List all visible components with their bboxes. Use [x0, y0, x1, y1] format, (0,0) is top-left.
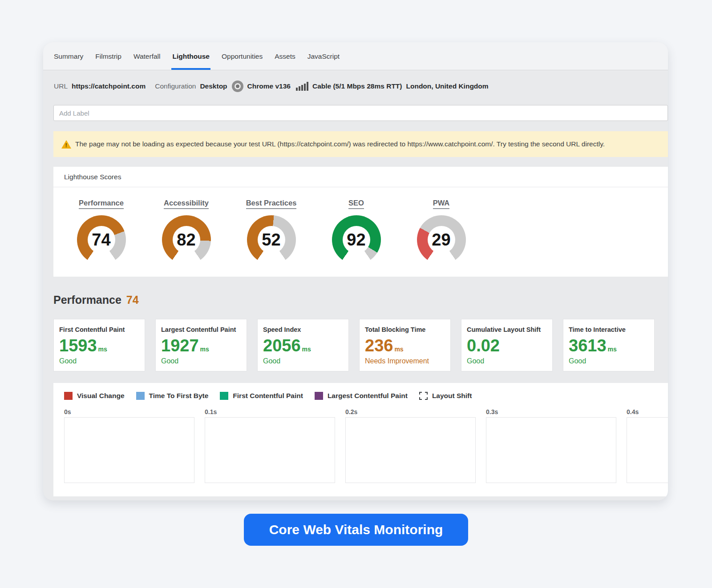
url-label: URL	[54, 82, 68, 90]
metric-cards: First Contentful Paint 1593ms Good Large…	[53, 319, 668, 371]
metric-name: Total Blocking Time	[365, 326, 445, 333]
browser-value: Chrome v136	[247, 82, 291, 90]
metric-value: 3613	[569, 338, 607, 353]
gauge-best-practices: Best Practices 52	[229, 199, 314, 264]
metric-status: Good	[467, 357, 547, 365]
tab-waterfall[interactable]: Waterfall	[133, 42, 162, 70]
lcp-swatch	[315, 392, 323, 400]
warning-icon	[61, 140, 71, 149]
metric-first-contentful-paint: First Contentful Paint 1593ms Good	[53, 319, 145, 371]
gauge-seo-score: 92	[332, 215, 381, 264]
metric-status: Good	[569, 357, 649, 365]
metric-status: Good	[263, 357, 343, 365]
lighthouse-scores-panel: Lighthouse Scores Performance 74 Accessi…	[53, 167, 668, 277]
gauge-accessibility-ring: 82	[162, 215, 211, 264]
legend-layout-shift: Layout Shift	[419, 392, 472, 400]
configuration-label: Configuration	[155, 82, 196, 90]
connection-value: Cable (5/1 Mbps 28ms RTT)	[312, 82, 402, 90]
location-value: London, United Kingdom	[406, 82, 488, 90]
frame-image	[64, 417, 194, 483]
gauge-pwa-ring: 29	[417, 215, 466, 264]
gauge-best-practices-label[interactable]: Best Practices	[246, 199, 297, 209]
metric-unit: ms	[394, 346, 403, 353]
connection-signal-icon	[296, 82, 308, 91]
gauge-accessibility: Accessibility 82	[144, 199, 229, 264]
frame-time-label: 0.1s	[205, 408, 335, 415]
filmstrip-frame-04s: 0.4s	[627, 408, 668, 483]
metric-status: Good	[59, 357, 139, 365]
legend-label: Visual Change	[77, 392, 125, 400]
tab-filmstrip[interactable]: Filmstrip	[94, 42, 122, 70]
legend-time-to-first-byte: Time To First Byte	[136, 392, 209, 400]
legend-visual-change: Visual Change	[64, 392, 125, 400]
tab-assets[interactable]: Assets	[274, 42, 296, 70]
legend-label: First Contentful Paint	[233, 392, 303, 400]
gauge-performance-label[interactable]: Performance	[79, 199, 124, 209]
filmstrip-legend: Visual Change Time To First Byte First C…	[64, 392, 668, 400]
gauge-performance: Performance 74	[59, 199, 144, 264]
tab-javascript[interactable]: JavaScript	[307, 42, 340, 70]
legend-label: Time To First Byte	[149, 392, 209, 400]
tab-opportunities[interactable]: Opportunities	[221, 42, 263, 70]
gauge-pwa: PWA 29	[399, 199, 484, 264]
metric-unit: ms	[302, 346, 311, 353]
frame-image	[345, 417, 476, 483]
gauge-seo-label[interactable]: SEO	[348, 199, 364, 209]
device-value: Desktop	[200, 82, 227, 90]
metric-largest-contentful-paint: Largest Contentful Paint 1927ms Good	[155, 319, 247, 371]
gauge-performance-ring: 74	[77, 215, 126, 264]
chrome-icon	[232, 81, 243, 92]
metric-total-blocking-time: Total Blocking Time 236ms Needs Improvem…	[359, 319, 451, 371]
performance-score: 74	[126, 294, 139, 306]
frame-image	[205, 417, 335, 483]
metric-cumulative-layout-shift: Cumulative Layout Shift 0.02 Good	[461, 319, 553, 371]
filmstrip-frame-01s: 0.1s	[205, 408, 335, 483]
gauge-best-practices-score: 52	[247, 215, 296, 264]
gauge-accessibility-label[interactable]: Accessibility	[164, 199, 209, 209]
metric-name: First Contentful Paint	[59, 326, 139, 333]
metric-name: Cumulative Layout Shift	[467, 326, 547, 333]
frame-time-label: 0.2s	[345, 408, 476, 415]
score-gauges: Performance 74 Accessibility 82 Best Pra…	[53, 187, 668, 277]
redirect-warning-banner: The page may not be loading as expected …	[53, 131, 668, 157]
filmstrip-frame-0s: 0s	[64, 408, 194, 483]
gauge-seo: SEO 92	[314, 199, 399, 264]
filmstrip-panel: Visual Change Time To First Byte First C…	[53, 383, 668, 496]
legend-label: Largest Contentful Paint	[328, 392, 408, 400]
test-config-row: URL https://catchpoint.com Configuration…	[43, 70, 668, 100]
frame-image	[627, 417, 668, 483]
metric-speed-index: Speed Index 2056ms Good	[257, 319, 349, 371]
gauge-seo-ring: 92	[332, 215, 381, 264]
metric-value: 1927	[161, 338, 199, 353]
filmstrip-frame-02s: 0.2s	[345, 408, 476, 483]
frame-time-label: 0s	[64, 408, 194, 415]
gauge-pwa-label[interactable]: PWA	[433, 199, 450, 209]
gauge-performance-score: 74	[77, 215, 126, 264]
gauge-accessibility-score: 82	[162, 215, 211, 264]
performance-title: Performance	[53, 294, 121, 306]
frame-image	[486, 417, 616, 483]
fcp-swatch	[220, 392, 228, 400]
frame-time-label: 0.4s	[627, 408, 668, 415]
gauge-pwa-score: 29	[417, 215, 466, 264]
layout-shift-swatch	[419, 392, 428, 400]
tab-lighthouse[interactable]: Lighthouse	[171, 42, 210, 70]
legend-label: Layout Shift	[432, 392, 472, 400]
metric-value: 0.02	[467, 338, 500, 353]
legend-first-contentful-paint: First Contentful Paint	[220, 392, 303, 400]
metric-value: 1593	[59, 338, 97, 353]
lighthouse-scores-title: Lighthouse Scores	[53, 167, 668, 187]
performance-section-heading: Performance 74	[53, 294, 668, 306]
tab-summary[interactable]: Summary	[53, 42, 84, 70]
add-label-input[interactable]	[53, 105, 668, 121]
ttfb-swatch	[136, 392, 145, 400]
test-url: https://catchpoint.com	[72, 82, 146, 90]
core-web-vitals-monitoring-button[interactable]: Core Web Vitals Monitoring	[244, 514, 468, 546]
metric-name: Speed Index	[263, 326, 343, 333]
metric-unit: ms	[200, 346, 209, 353]
filmstrip-frames: 0s 0.1s 0.2s 0.3s 0.4s	[64, 408, 668, 483]
warning-text: The page may not be loading as expected …	[75, 140, 605, 148]
metric-value: 2056	[263, 338, 301, 353]
metric-time-to-interactive: Time to Interactive 3613ms Good	[563, 319, 655, 371]
metric-status: Needs Improvement	[365, 357, 445, 365]
